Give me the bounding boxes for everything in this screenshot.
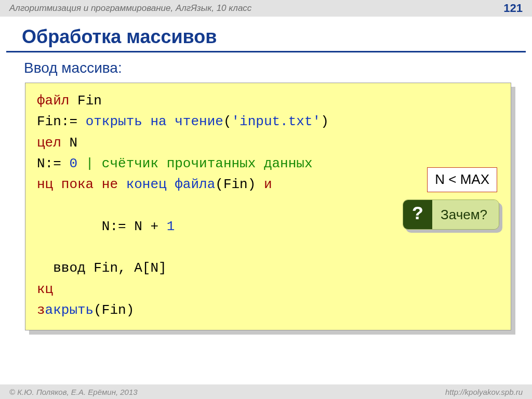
callout-body: ? Зачем? <box>403 200 499 230</box>
footer-bar: © К.Ю. Поляков, Е.А. Ерёмин, 2013 http:/… <box>0 384 532 399</box>
section-subtitle: Ввод массива: <box>0 58 532 83</box>
header-bar: Алгоритмизация и программирование, АлгЯз… <box>0 0 532 17</box>
code-line-1: файл Fin <box>37 90 499 111</box>
code-panel-body: файл Fin Fin:= открыть на чтение('input.… <box>25 83 511 330</box>
page-number: 121 <box>503 2 523 15</box>
header-title: Алгоритмизация и программирование, АлгЯз… <box>9 3 251 14</box>
callout-text: Зачем? <box>432 200 499 229</box>
keyword-int: цел <box>37 135 61 151</box>
footer-url: http://kpolyakov.spb.ru <box>445 388 523 396</box>
page-title: Обработка массивов <box>6 17 526 52</box>
code-line-7: ввод Fin, A[N] <box>37 258 499 278</box>
code-line-8: кц <box>37 279 499 300</box>
number-literal: 1 <box>167 219 175 234</box>
keyword-file: файл <box>37 93 69 109</box>
code-line-2: Fin:= открыть на чтение('input.txt') <box>37 111 499 132</box>
condition-box: N < MAX <box>427 167 497 192</box>
comment: | счётчик прочитанных данных <box>77 156 312 171</box>
builtin-open: открыть на чтение <box>86 114 223 129</box>
code-line-3: цел N <box>37 132 499 153</box>
question-mark-icon: ? <box>403 200 432 229</box>
keyword-loop: нц пока не <box>37 177 118 192</box>
footer-copyright: © К.Ю. Поляков, Е.А. Ерёмин, 2013 <box>9 388 138 396</box>
builtin-close: акрыть <box>45 302 94 318</box>
code-panel: файл Fin Fin:= открыть на чтение('input.… <box>25 83 511 330</box>
keyword-and: и <box>264 177 272 192</box>
string-literal: 'input.txt' <box>231 114 321 129</box>
number-literal: 0 <box>69 156 77 171</box>
callout: ? Зачем? <box>403 200 499 230</box>
builtin-eof: конец файла <box>126 177 216 192</box>
code-line-9: закрыть(Fin) <box>37 300 499 321</box>
